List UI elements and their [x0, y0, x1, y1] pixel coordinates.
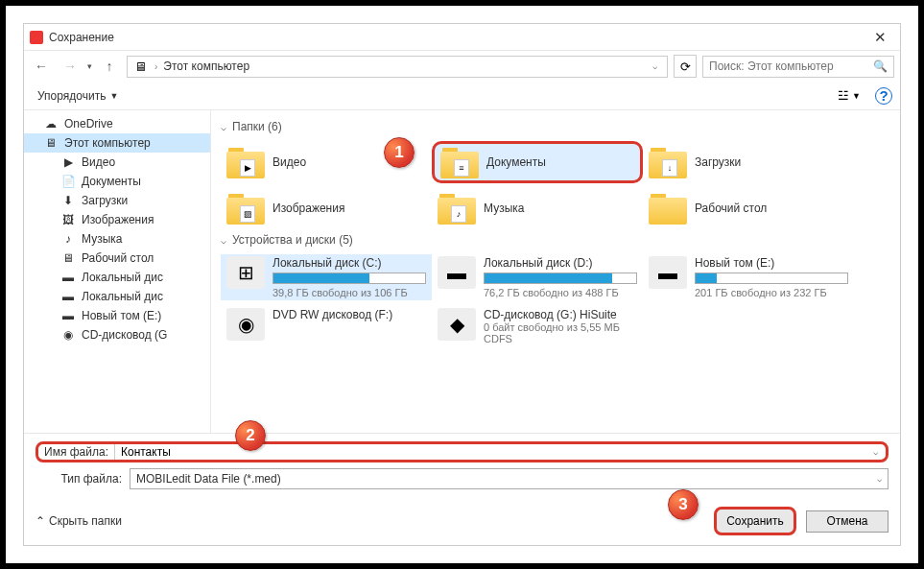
sidebar-item-7[interactable]: 🖥Рабочий стол: [24, 249, 210, 268]
folder-icon: ↓: [649, 146, 687, 178]
address-bar[interactable]: 🖥 › Этот компьютер ⌵: [127, 56, 668, 78]
chevron-down-icon: ⌵: [221, 235, 226, 246]
drive-fs: CDFS: [484, 333, 637, 344]
desktop-icon: 🖥: [60, 250, 76, 266]
organize-button[interactable]: Упорядочить ▼: [32, 85, 124, 107]
footer: ⌃ Скрыть папки Сохранить Отмена 3: [24, 499, 900, 545]
sidebar: ☁OneDrive🖥Этот компьютер▶Видео📄Документы…: [24, 110, 211, 433]
drive-item[interactable]: ▬Новый том (E:)201 ГБ свободно из 232 ГБ: [643, 254, 854, 300]
cloud-icon: ☁: [43, 116, 59, 131]
drive-icon: ▬: [60, 270, 76, 285]
sidebar-item-label: Этот компьютер: [64, 136, 151, 150]
drives-group-header[interactable]: ⌵ Устройства и диски (5): [221, 233, 890, 247]
folder-icon: ♪: [438, 192, 476, 225]
search-input[interactable]: [709, 59, 873, 73]
window-title: Сохранение: [49, 31, 866, 44]
drive-item[interactable]: ◆CD-дисковод (G:) HiSuite0 байт свободно…: [432, 306, 643, 346]
filetype-label: Тип файла:: [36, 472, 122, 486]
chevron-down-icon: ▼: [109, 91, 118, 101]
address-text: Этот компьютер: [163, 59, 641, 73]
sidebar-item-label: Видео: [82, 155, 115, 169]
view-options-button[interactable]: ☳ ▼: [833, 85, 865, 106]
folder-item[interactable]: ≡Документы: [432, 141, 643, 183]
drive-item[interactable]: ⊞Локальный диск (C:)39,8 ГБ свободно из …: [221, 254, 432, 300]
folder-name: Музыка: [484, 202, 524, 215]
chevron-up-icon: ⌃: [36, 514, 45, 528]
sidebar-item-label: Изображения: [82, 213, 154, 226]
cancel-button[interactable]: Отмена: [806, 510, 888, 533]
drive-name: DVD RW дисковод (F:): [272, 308, 426, 321]
drive-name: CD-дисковод (G:) HiSuite: [484, 308, 637, 321]
callout-badge-1: 1: [384, 137, 415, 168]
drive-name: Новый том (E:): [695, 256, 848, 270]
sidebar-item-8[interactable]: ▬Локальный дис: [24, 268, 210, 287]
document-icon: 📄: [60, 174, 76, 189]
titlebar: Сохранение ✕: [24, 24, 900, 51]
hide-folders-button[interactable]: ⌃ Скрыть папки: [36, 514, 122, 528]
drive-item[interactable]: ◉DVD RW дисковод (F:): [221, 306, 432, 346]
filetype-combo[interactable]: MOBILedit Data File (*.med) ⌵: [130, 468, 888, 489]
sidebar-item-6[interactable]: ♪Музыка: [24, 229, 210, 249]
sidebar-item-label: CD-дисковод (G: [82, 328, 167, 342]
refresh-icon[interactable]: ⟳: [674, 55, 697, 78]
sidebar-item-9[interactable]: ▬Локальный дис: [24, 287, 210, 306]
nav-back-icon[interactable]: ←: [30, 55, 53, 78]
sidebar-item-0[interactable]: ☁OneDrive: [24, 114, 210, 133]
download-icon: ⬇: [60, 193, 76, 208]
folder-name: Документы: [486, 155, 546, 169]
callout-badge-3: 3: [668, 489, 699, 520]
drive-icon: ⊞: [226, 256, 265, 289]
cd-icon: ◉: [60, 327, 76, 343]
drive-usage-bar: [272, 273, 426, 284]
folder-name: Видео: [272, 155, 306, 169]
sidebar-item-1[interactable]: 🖥Этот компьютер: [24, 133, 210, 153]
filename-input[interactable]: [115, 444, 865, 460]
folder-item[interactable]: Рабочий стол: [643, 187, 854, 229]
sidebar-item-4[interactable]: ⬇Загрузки: [24, 191, 210, 210]
callout-badge-2: 2: [235, 420, 266, 451]
video-icon: ▶: [60, 154, 76, 170]
content-pane: ⌵ Папки (6) ▶Видео≡Документы↓Загрузки▨Из…: [211, 110, 900, 433]
chevron-down-icon[interactable]: ⌵: [865, 447, 886, 457]
save-button[interactable]: Сохранить: [714, 507, 796, 535]
sidebar-item-label: Загрузки: [82, 194, 128, 207]
drive-icon: ◉: [226, 308, 265, 341]
sidebar-item-label: Документы: [82, 175, 141, 188]
picture-icon: 🖼: [60, 212, 76, 227]
address-dropdown-icon[interactable]: ⌵: [647, 61, 663, 71]
sidebar-item-label: OneDrive: [64, 117, 113, 130]
pc-icon: 🖥: [131, 59, 149, 74]
drive-name: Локальный диск (C:): [272, 256, 426, 270]
drive-free-space: 39,8 ГБ свободно из 106 ГБ: [272, 287, 426, 298]
filename-panel: Имя файла: ⌵ Тип файла: MOBILedit Data F…: [24, 433, 900, 499]
view-icon: ☳: [838, 88, 849, 103]
sidebar-item-label: Музыка: [82, 232, 122, 246]
navigation-bar: ← → ▾ ↑ 🖥 › Этот компьютер ⌵ ⟳ 🔍: [24, 51, 900, 82]
filename-label: Имя файла:: [38, 444, 115, 460]
sidebar-item-label: Рабочий стол: [82, 251, 154, 265]
drive-item[interactable]: ▬Локальный диск (D:)76,2 ГБ свободно из …: [432, 254, 643, 300]
folder-name: Рабочий стол: [695, 202, 767, 215]
sidebar-item-11[interactable]: ◉CD-дисковод (G: [24, 325, 210, 344]
drive-name: Локальный диск (D:): [484, 256, 637, 270]
nav-up-icon[interactable]: ↑: [98, 55, 121, 78]
sidebar-item-3[interactable]: 📄Документы: [24, 172, 210, 191]
sidebar-item-2[interactable]: ▶Видео: [24, 153, 210, 172]
nav-history-dropdown[interactable]: ▾: [87, 61, 92, 71]
folder-item[interactable]: ▨Изображения: [221, 187, 432, 229]
drive-free-space: 201 ГБ свободно из 232 ГБ: [695, 287, 848, 298]
folder-item[interactable]: ↓Загрузки: [643, 141, 854, 183]
folders-group-header[interactable]: ⌵ Папки (6): [221, 120, 890, 133]
folder-icon: [649, 192, 687, 225]
folder-item[interactable]: ♪Музыка: [432, 187, 643, 229]
sidebar-item-5[interactable]: 🖼Изображения: [24, 210, 210, 229]
sidebar-item-label: Новый том (E:): [82, 309, 161, 322]
sidebar-item-10[interactable]: ▬Новый том (E:): [24, 306, 210, 325]
help-icon[interactable]: ?: [875, 87, 892, 105]
search-box[interactable]: 🔍: [702, 56, 894, 78]
drive-usage-bar: [695, 273, 848, 284]
drive-icon: ▬: [649, 256, 687, 289]
nav-forward-icon: →: [59, 55, 82, 78]
close-icon[interactable]: ✕: [866, 29, 894, 46]
drive-free-space: 0 байт свободно из 5,55 МБ: [484, 321, 637, 333]
